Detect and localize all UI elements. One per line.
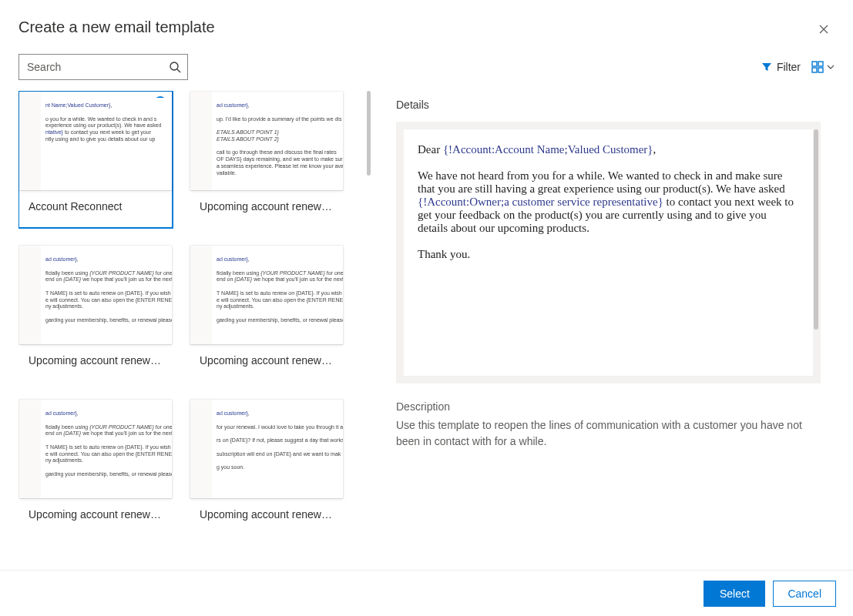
svg-rect-4 — [812, 68, 817, 72]
template-card[interactable]: ✓ ad customer}, up. I'd like to provide … — [190, 91, 344, 228]
template-label: Upcoming account renewa... — [190, 190, 343, 227]
filter-label: Filter — [777, 61, 801, 73]
template-thumbnail: ✓ ad customer}, for your renewal. I woul… — [190, 400, 343, 498]
preview-content: Dear {!Account:Account Name;Valued Custo… — [404, 129, 813, 376]
template-thumbnail: ✓ nt Name;Valued Customer}, o you for a … — [19, 92, 172, 190]
template-card[interactable]: ✓ ad customer}, ficially been using {YOU… — [18, 245, 173, 382]
filter-button[interactable]: Filter — [761, 61, 801, 73]
template-label: Upcoming account renewa... — [19, 498, 172, 535]
details-pane: Details Dear {!Account:Account Name;Valu… — [373, 91, 835, 616]
grid-icon — [811, 61, 824, 73]
close-button[interactable] — [813, 18, 835, 40]
template-card[interactable]: ✓ ad customer}, ficially been using {YOU… — [190, 245, 344, 382]
svg-rect-5 — [818, 68, 823, 72]
dialog-footer: Select Cancel — [0, 570, 853, 616]
search-box[interactable] — [18, 54, 188, 80]
template-preview: Dear {!Account:Account Name;Valued Custo… — [396, 122, 821, 383]
template-card[interactable]: ✓ ad customer}, for your renewal. I woul… — [190, 399, 344, 536]
chevron-down-icon — [827, 63, 835, 71]
template-gallery-pane: ✓ nt Name;Valued Customer}, o you for a … — [18, 91, 373, 616]
toolbar-right: Filter — [761, 61, 835, 73]
preview-text: Thank you. — [418, 248, 799, 261]
merge-field-account-name: {!Account:Account Name;Valued Customer} — [443, 143, 653, 156]
template-card[interactable]: ✓ ad customer}, ficially been using {YOU… — [18, 399, 173, 536]
dialog-body: ✓ nt Name;Valued Customer}, o you for a … — [18, 91, 835, 616]
scrollbar-thumb[interactable] — [367, 91, 371, 176]
merge-field-owner: {!Account:Owner;a customer service repre… — [418, 196, 663, 208]
dialog-header: Create a new email template — [18, 18, 835, 40]
toolbar: Filter — [18, 54, 835, 80]
search-input[interactable] — [27, 61, 169, 73]
cancel-button[interactable]: Cancel — [773, 581, 836, 607]
preview-text: We have not heard from you for a while. … — [418, 169, 785, 195]
gallery-scrollbar[interactable] — [367, 91, 373, 584]
template-label: Upcoming account renewa... — [19, 344, 172, 381]
filter-icon — [761, 62, 772, 72]
close-icon — [819, 25, 828, 34]
dialog-title: Create a new email template — [18, 18, 215, 36]
preview-text: , — [653, 143, 657, 156]
email-template-dialog: Create a new email template Filter — [0, 0, 853, 616]
template-label: Account Reconnect — [19, 190, 172, 227]
view-toggle[interactable] — [811, 61, 835, 73]
preview-scrollbar[interactable] — [814, 129, 818, 376]
template-thumbnail: ✓ ad customer}, ficially been using {YOU… — [190, 246, 343, 344]
template-thumbnail: ✓ ad customer}, ficially been using {YOU… — [19, 246, 172, 344]
svg-rect-3 — [818, 62, 823, 66]
details-heading: Details — [396, 99, 821, 111]
svg-rect-2 — [812, 62, 817, 66]
template-card[interactable]: ✓ nt Name;Valued Customer}, o you for a … — [18, 91, 173, 228]
template-thumbnail: ✓ ad customer}, up. I'd like to provide … — [190, 92, 343, 190]
scrollbar-thumb[interactable] — [814, 129, 818, 330]
template-label: Upcoming account renewa... — [190, 498, 343, 535]
template-gallery: ✓ nt Name;Valued Customer}, o you for a … — [18, 91, 359, 561]
description-text: Use this template to reopen the lines of… — [396, 417, 821, 450]
preview-text: Dear — [418, 143, 443, 156]
template-label: Upcoming account renewa... — [190, 344, 343, 381]
svg-line-1 — [177, 69, 180, 72]
description-label: Description — [396, 400, 821, 413]
svg-point-0 — [170, 62, 178, 70]
select-button[interactable]: Select — [704, 581, 765, 607]
template-thumbnail: ✓ ad customer}, ficially been using {YOU… — [19, 400, 172, 498]
search-icon — [169, 61, 181, 73]
